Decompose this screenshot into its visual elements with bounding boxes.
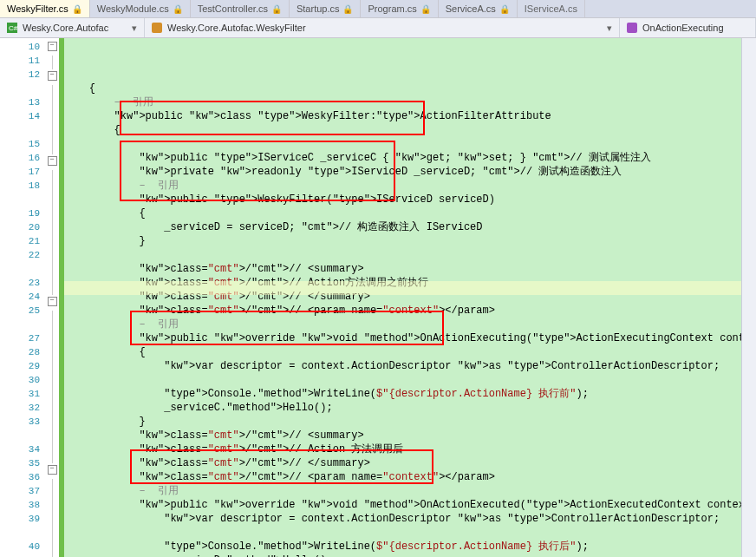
line-number [0, 193, 40, 206]
code-line[interactable] [64, 526, 741, 540]
line-number: 28 [0, 345, 40, 359]
code-line[interactable]: – 引用 [64, 179, 741, 193]
code-line[interactable]: "type">Console."method">WriteLine($"{des… [64, 387, 741, 401]
line-number: 31 [0, 387, 40, 401]
code-line[interactable]: "kw">public "type">IServiceC _serviceC {… [64, 151, 741, 165]
line-number: 37 [0, 484, 40, 498]
code-line[interactable]: { [64, 345, 741, 359]
tab-label: WeskyFilter.cs [7, 3, 68, 14]
svg-text:C#: C# [9, 24, 17, 32]
line-number [0, 526, 40, 540]
tab-label: ServiceA.cs [446, 3, 496, 14]
tab-iservicea[interactable]: IServiceA.cs [518, 0, 585, 17]
document-tabs: WeskyFilter.cs 🔒 WeskyModule.cs 🔒 TestCo… [0, 0, 756, 18]
line-number: 41 [0, 554, 40, 557]
code-line[interactable]: "kw">class="cmt">/"cmt">// <summary> [64, 429, 741, 442]
line-number: 34 [0, 442, 40, 456]
class-icon [152, 23, 162, 33]
code-line[interactable]: { [64, 206, 741, 220]
code-line[interactable] [64, 248, 741, 262]
code-line[interactable]: "kw">public "type">WeskyFilter("type">IS… [64, 193, 741, 206]
fold-gutter[interactable]: −−−−−−− [45, 38, 59, 557]
code-line[interactable]: { [64, 123, 741, 137]
tab-startup[interactable]: Startup.cs 🔒 [290, 0, 362, 17]
line-number [0, 82, 40, 95]
code-line[interactable]: – 引用 [64, 95, 741, 109]
code-line[interactable]: "kw">class="cmt">/"cmt">// <param name="… [64, 304, 741, 318]
code-line[interactable]: { [64, 82, 741, 95]
code-line[interactable]: – 引用 [64, 318, 741, 331]
lock-icon: 🔒 [173, 4, 183, 14]
line-number: 38 [0, 498, 40, 512]
code-line[interactable]: } [64, 415, 741, 429]
tab-weskymodule[interactable]: WeskyModule.cs 🔒 [90, 0, 191, 17]
tab-label: WeskyModule.cs [97, 3, 169, 14]
line-number: 19 [0, 206, 40, 220]
code-editor[interactable]: 1011121314151617181920212223242527282930… [0, 38, 756, 557]
code-line[interactable]: "type">Console."method">WriteLine($"{des… [64, 540, 741, 554]
lock-icon: 🔒 [271, 4, 282, 14]
line-number [0, 123, 40, 137]
code-line[interactable]: "kw">var descriptor = context.ActionDesc… [64, 359, 741, 373]
chevron-down-icon: ▾ [132, 23, 137, 34]
code-line[interactable]: _serviceC."method">Hello(); [64, 401, 741, 415]
line-number: 15 [0, 137, 40, 151]
svg-rect-2 [152, 23, 162, 33]
tab-servicea[interactable]: ServiceA.cs 🔒 [439, 0, 518, 17]
method-icon [627, 23, 637, 33]
code-line[interactable]: "kw">public "kw">override "kw">void "met… [64, 331, 741, 345]
svg-rect-3 [627, 23, 637, 33]
code-line[interactable]: "kw">class="cmt">/"cmt">// <summary> [64, 262, 741, 276]
fold-toggle-icon[interactable]: − [48, 71, 57, 81]
code-line[interactable]: } [64, 234, 741, 248]
code-line[interactable]: "kw">class="cmt">/"cmt">// <param name="… [64, 470, 741, 484]
line-number [0, 429, 40, 442]
code-area[interactable]: { – 引用 "kw">public "kw">class "type">Wes… [64, 38, 741, 557]
code-line[interactable]: "kw">private "kw">readonly "type">IServi… [64, 165, 741, 179]
code-line[interactable]: "kw">class="cmt">/"cmt">// Action方法调用之前执… [64, 276, 741, 290]
code-line[interactable]: "kw">class="cmt">/"cmt">// </summary> [64, 456, 741, 470]
line-number: 36 [0, 470, 40, 484]
tab-label: IServiceA.cs [525, 3, 577, 14]
line-number: 32 [0, 401, 40, 415]
code-line[interactable]: "kw">public "kw">class "type">WeskyFilte… [64, 109, 741, 123]
breadcrumb-member[interactable]: OnActionExecuting [620, 18, 756, 37]
tab-program[interactable]: Program.cs 🔒 [361, 0, 438, 17]
tab-testcontroller[interactable]: TestController.cs 🔒 [191, 0, 290, 17]
code-line[interactable]: "kw">class="cmt">/"cmt">// </summary> [64, 290, 741, 304]
line-number: 35 [0, 456, 40, 470]
editor-root: WeskyFilter.cs 🔒 WeskyModule.cs 🔒 TestCo… [0, 0, 756, 557]
code-line[interactable] [64, 373, 741, 387]
breadcrumb-project[interactable]: C# Wesky.Core.Autofac ▾ [0, 18, 145, 37]
code-line[interactable] [64, 137, 741, 151]
chevron-down-icon: ▾ [607, 23, 612, 34]
fold-toggle-icon[interactable]: − [48, 42, 57, 51]
tab-label: Startup.cs [297, 3, 340, 14]
line-number: 22 [0, 248, 40, 262]
fold-toggle-icon[interactable]: − [48, 465, 57, 475]
tab-label: Program.cs [368, 3, 416, 14]
tab-label: TestController.cs [198, 3, 268, 14]
breadcrumb-class[interactable]: Wesky.Core.Autofac.WeskyFilter ▾ [145, 18, 620, 37]
code-line[interactable]: "kw">class="cmt">/"cmt">// Action 方法调用后 [64, 442, 741, 456]
fold-toggle-icon[interactable]: − [48, 297, 57, 306]
breadcrumb-class-label: Wesky.Core.Autofac.WeskyFilter [167, 23, 306, 33]
line-number [0, 262, 40, 276]
fold-toggle-icon[interactable]: − [48, 156, 57, 166]
tab-weskyfilter[interactable]: WeskyFilter.cs 🔒 [0, 0, 90, 17]
line-number: 21 [0, 234, 40, 248]
line-number: 17 [0, 165, 40, 179]
line-number: 33 [0, 415, 40, 429]
breadcrumb-project-label: Wesky.Core.Autofac [23, 23, 108, 33]
code-line[interactable]: _serviceD."method">Hello(); [64, 554, 741, 557]
line-number-gutter: 1011121314151617181920212223242527282930… [0, 38, 45, 557]
lock-icon: 🔒 [499, 4, 510, 14]
code-line[interactable]: – 引用 [64, 484, 741, 498]
code-line[interactable]: "kw">var descriptor = context.ActionDesc… [64, 512, 741, 526]
line-number: 10 [0, 40, 40, 54]
code-line[interactable]: _serviceD = serviceD; "cmt">// 构造函数注入 IS… [64, 220, 741, 234]
vertical-scrollbar[interactable] [741, 38, 756, 557]
line-number: 29 [0, 359, 40, 373]
code-line[interactable]: "kw">public "kw">override "kw">void "met… [64, 498, 741, 512]
line-number: 40 [0, 540, 40, 554]
